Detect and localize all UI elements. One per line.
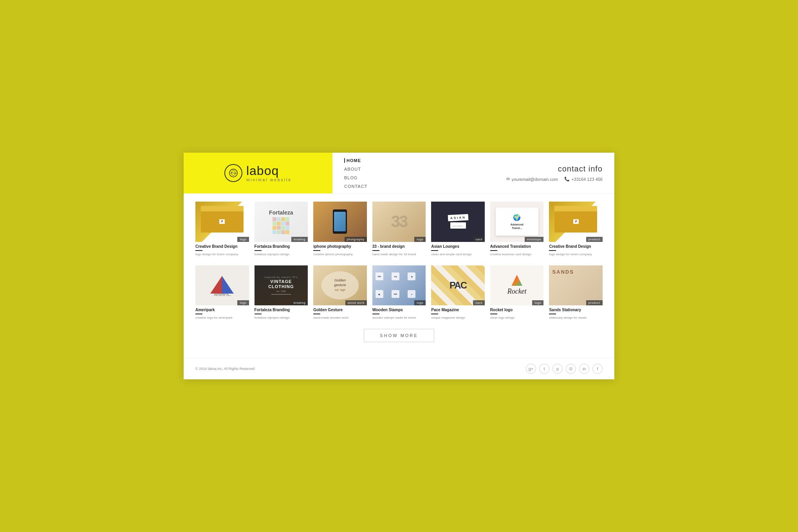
email-value: youremail@domain.com <box>511 177 558 182</box>
portfolio-divider-8 <box>195 314 202 314</box>
email-icon: ✉ <box>506 177 510 182</box>
pinterest-icon[interactable]: p <box>552 364 563 374</box>
portfolio-desc-9: fortaleza olympics design <box>255 316 308 319</box>
portfolio-tag-3: photgraphy <box>345 237 367 242</box>
portfolio-item-10[interactable]: Goldengestureest. high wood work Golden … <box>313 265 367 321</box>
portfolio-item-6[interactable]: 🌍 AdvancedTransl... envelope Advanced Tr… <box>490 202 544 257</box>
show-more-wrap: SHOW MORE <box>195 329 603 342</box>
portfolio-tag-7: product <box>586 237 603 242</box>
portfolio-item-1[interactable]: ✗ logo Creative Brand Design logo design… <box>195 202 249 257</box>
portfolio-desc-10: hand-made wooden work <box>313 316 367 319</box>
portfolio-desc-7: logo design for lorem company <box>549 252 603 256</box>
portfolio-desc-13: clean logo design <box>490 316 544 319</box>
portfolio-item-11[interactable]: lab oq ★ ◆ lab ✓ logo Wooden Stamps wood… <box>372 265 426 321</box>
portfolio-desc-14: stationary design for sands <box>549 316 603 319</box>
portfolio-thumb-9: inspired by classic 70's VINTAGECLOTHING… <box>255 265 308 305</box>
portfolio-info-3: iphone photography creative iphone photo… <box>313 242 367 258</box>
portfolio-tag-5: card <box>473 237 485 242</box>
portfolio-tag-4: logo <box>414 237 426 242</box>
portfolio-thumb-14: SANDS product <box>549 265 603 305</box>
main-nav: HOME ABOUT BLOG CONTACT <box>332 153 495 193</box>
facebook-icon[interactable]: f <box>592 364 603 374</box>
portfolio-item-4[interactable]: 33 logo 33 - brand design hand-made desi… <box>372 202 426 257</box>
portfolio-info-5: Asian Lounges clean and simple card desi… <box>431 242 485 258</box>
portfolio-divider-2 <box>255 250 262 251</box>
logo-name: laboq <box>246 164 292 177</box>
nav-link-blog[interactable]: BLOG <box>344 175 358 180</box>
portfolio-item-2[interactable]: Fortaleza brading Fortaleza Branding <box>255 202 308 257</box>
portfolio-info-10: Golden Gesture hand-made wooden work <box>313 305 367 321</box>
portfolio-tag-11: logo <box>414 300 426 305</box>
portfolio-tag-13: logo <box>532 300 543 305</box>
portfolio-tag-1: logo <box>237 237 249 242</box>
portfolio-thumb-8: AmeriPa... logo <box>195 265 249 305</box>
site-header: laboq minimal website HOME ABOUT BLOG CO… <box>184 153 614 194</box>
portfolio-divider-4 <box>372 250 379 251</box>
portfolio-divider-6 <box>490 250 497 251</box>
portfolio-tag-12: card <box>473 300 485 305</box>
portfolio-thumb-10: Goldengestureest. high wood work <box>313 265 367 305</box>
ameripark-visual: AmeriPa... <box>195 265 249 305</box>
portfolio-info-9: Fortaleza Branding fortaleza olympics de… <box>255 305 308 321</box>
portfolio-divider-13 <box>490 314 497 314</box>
portfolio-divider-7 <box>549 250 556 251</box>
portfolio-row-2: AmeriPa... logo Ameripark creative logo … <box>195 265 603 321</box>
portfolio-title-12: Pace Magazine <box>431 308 485 312</box>
portfolio-title-3: iphone photography <box>313 244 367 249</box>
portfolio-item-14[interactable]: SANDS product Sands Stationary stationar… <box>549 265 603 321</box>
site-footer: © 2014 laboq inc, All Rights Reserved g+… <box>184 358 614 379</box>
portfolio-desc-4: hand-made design for 33 brand <box>372 252 426 256</box>
nav-list: HOME ABOUT BLOG CONTACT <box>344 157 483 189</box>
portfolio-thumb-3: photgraphy <box>313 202 367 242</box>
portfolio-item-12[interactable]: PAC card Pace Magazine unique magazine d… <box>431 265 485 321</box>
portfolio-tag-6: envelope <box>525 237 543 242</box>
portfolio-thumb-12: PAC card <box>431 265 485 305</box>
nav-link-about[interactable]: ABOUT <box>344 167 361 171</box>
portfolio-thumb-5: ASIAN lounges card <box>431 202 485 242</box>
portfolio-divider-11 <box>372 314 379 314</box>
portfolio-title-14: Sands Stationary <box>549 308 603 312</box>
portfolio-title-4: 33 - brand design <box>372 244 426 249</box>
portfolio-title-2: Fortaleza Branding <box>255 244 308 249</box>
contact-title: contact info <box>558 164 603 173</box>
portfolio-thumb-13: Rocket logo <box>490 265 544 305</box>
portfolio-desc-6: creative business card design <box>490 252 544 256</box>
portfolio-divider-1 <box>195 250 202 251</box>
number-33: 33 <box>391 212 407 231</box>
portfolio-desc-2: fortaleza olympics design <box>255 252 308 256</box>
google-plus-icon[interactable]: g+ <box>526 364 536 374</box>
contact-area: contact info ✉ youremail@domain.com 📞 +3… <box>495 153 614 193</box>
nav-item-about[interactable]: ABOUT <box>344 165 483 172</box>
dribbble-icon[interactable]: ◎ <box>566 364 576 374</box>
show-more-button[interactable]: SHOW MORE <box>364 329 434 342</box>
portfolio-item-9[interactable]: inspired by classic 70's VINTAGECLOTHING… <box>255 265 308 321</box>
portfolio-tag-9: brading <box>291 300 308 305</box>
portfolio-item-8[interactable]: AmeriPa... logo Ameripark creative logo … <box>195 265 249 321</box>
phone-value: +33164 123 456 <box>571 177 603 182</box>
portfolio-divider-5 <box>431 250 438 251</box>
portfolio-info-11: Wooden Stamps wooden stamps made for lor… <box>372 305 426 321</box>
portfolio-info-2: Fortaleza Branding fortaleza olympics de… <box>255 242 308 258</box>
portfolio-info-13: Rocket logo clean logo design <box>490 305 544 321</box>
portfolio-title-10: Golden Gesture <box>313 308 367 312</box>
portfolio-tag-2: brading <box>291 237 308 242</box>
nav-link-contact[interactable]: CONTACT <box>344 184 367 189</box>
portfolio-info-14: Sands Stationary stationary design for s… <box>549 305 603 321</box>
portfolio-item-5[interactable]: ASIAN lounges card Asian Lounges clean a… <box>431 202 485 257</box>
nav-item-home[interactable]: HOME <box>344 157 483 164</box>
site-wrapper: laboq minimal website HOME ABOUT BLOG CO… <box>184 153 614 379</box>
nav-item-blog[interactable]: BLOG <box>344 174 483 181</box>
nav-item-contact[interactable]: CONTACT <box>344 182 483 189</box>
portfolio-item-3[interactable]: photgraphy iphone photography creative i… <box>313 202 367 257</box>
portfolio-title-7: Creative Brand Design <box>549 244 603 249</box>
portfolio-item-7[interactable]: ✗ product Creative Brand Design logo des… <box>549 202 603 257</box>
main-content: ✗ logo Creative Brand Design logo design… <box>184 194 614 358</box>
portfolio-item-13[interactable]: Rocket logo Rocket logo clean logo desig… <box>490 265 544 321</box>
nav-link-home[interactable]: HOME <box>344 158 361 163</box>
linkedin-icon[interactable]: in <box>579 364 589 374</box>
portfolio-info-4: 33 - brand design hand-made design for 3… <box>372 242 426 258</box>
social-icons: g+ t p ◎ in f <box>526 364 603 374</box>
twitter-icon[interactable]: t <box>539 364 549 374</box>
footer-copyright: © 2014 laboq inc, All Rights Reserved <box>195 367 255 371</box>
portfolio-info-7: Creative Brand Design logo design for lo… <box>549 242 603 258</box>
